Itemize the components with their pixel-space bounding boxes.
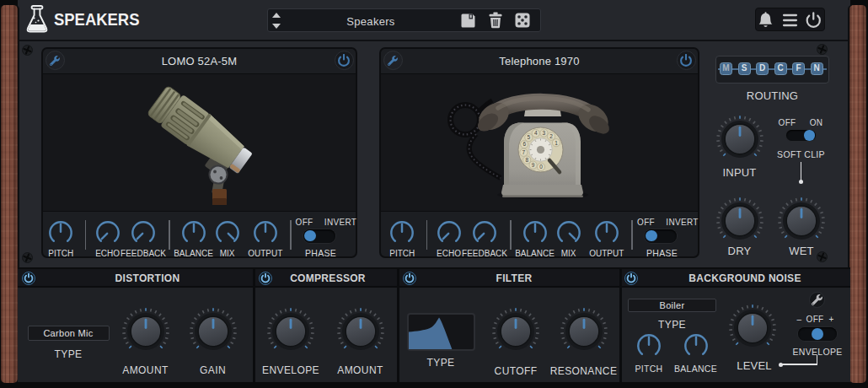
svg-text:5: 5: [528, 134, 531, 140]
svg-text:9: 9: [532, 162, 535, 168]
svg-text:8: 8: [525, 157, 528, 163]
svg-text:2: 2: [549, 133, 553, 139]
svg-text:7: 7: [522, 149, 526, 155]
svg-text:0: 0: [539, 164, 543, 170]
svg-text:4: 4: [534, 130, 538, 136]
svg-text:1: 1: [555, 140, 558, 146]
svg-text:3: 3: [543, 130, 546, 136]
svg-text:6: 6: [522, 141, 526, 147]
